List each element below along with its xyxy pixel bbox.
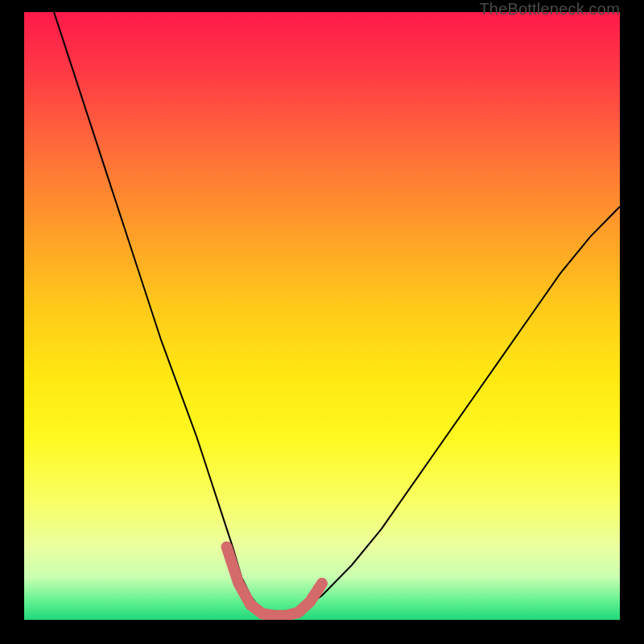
chart-frame: TheBottleneck.com bbox=[0, 0, 644, 644]
highlight-region bbox=[227, 547, 322, 615]
watermark-text: TheBottleneck.com bbox=[479, 0, 620, 19]
curve-layer bbox=[24, 12, 620, 620]
bottleneck-curve bbox=[54, 12, 620, 617]
